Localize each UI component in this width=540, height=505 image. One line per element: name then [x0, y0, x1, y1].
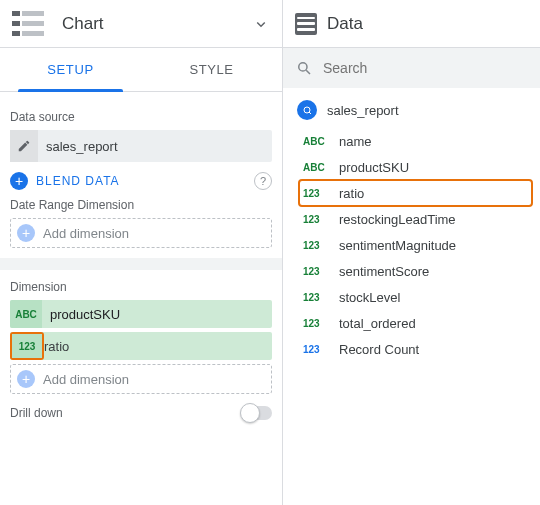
field-row[interactable]: 123 total_ordered	[299, 310, 532, 336]
data-source-icon	[295, 13, 317, 35]
field-row[interactable]: ABC name	[299, 128, 532, 154]
chart-type-thumbnail[interactable]	[12, 9, 52, 39]
pencil-icon[interactable]	[10, 130, 38, 162]
search-input[interactable]	[323, 60, 528, 76]
data-source-label: Data source	[10, 110, 272, 124]
drill-down-row: Drill down	[10, 406, 272, 420]
plus-icon: +	[17, 370, 35, 388]
blend-data-button[interactable]: BLEND DATA	[36, 174, 120, 188]
drill-down-toggle[interactable]	[242, 406, 272, 420]
dimension-chip-label: ratio	[44, 339, 69, 354]
field-name: sentimentScore	[339, 264, 429, 279]
add-dimension-text: Add dimension	[43, 372, 129, 387]
field-list: ABC name ABC productSKU 123 ratio 123 re…	[283, 126, 540, 362]
plus-icon: +	[17, 224, 35, 242]
data-header-title: Data	[327, 14, 363, 34]
config-tabs: SETUP STYLE	[0, 48, 282, 92]
svg-point-0	[299, 63, 307, 71]
data-source-title: sales_report	[327, 103, 399, 118]
field-row[interactable]: ABC productSKU	[299, 154, 532, 180]
dimension-chip-productsku[interactable]: ABC productSKU	[10, 300, 272, 328]
field-row[interactable]: 123 sentimentScore	[299, 258, 532, 284]
data-source-chip[interactable]: sales_report	[10, 130, 272, 162]
field-name: Record Count	[339, 342, 419, 357]
field-name: name	[339, 134, 372, 149]
datasource-icon	[297, 100, 317, 120]
date-range-add-dimension[interactable]: + Add dimension	[10, 218, 272, 248]
search-icon	[295, 59, 313, 77]
field-type-badge: 123	[303, 266, 329, 277]
setup-scroll-area: Data source sales_report + BLEND DATA ? …	[0, 92, 282, 505]
data-panel: Data sales_report ABC name ABC productSK…	[283, 0, 540, 505]
data-source-header[interactable]: sales_report	[283, 88, 540, 126]
drill-down-label: Drill down	[10, 406, 63, 420]
svg-line-3	[309, 112, 311, 114]
field-type-badge: ABC	[303, 136, 329, 147]
dimension-add[interactable]: + Add dimension	[10, 364, 272, 394]
dimension-chip-label: productSKU	[42, 307, 120, 322]
blend-data-row: + BLEND DATA ?	[10, 172, 272, 190]
data-header: Data	[283, 0, 540, 48]
field-name: sentimentMagnitude	[339, 238, 456, 253]
dimension-chip-ratio[interactable]: 123 ratio	[10, 332, 272, 360]
section-divider	[0, 258, 282, 270]
add-dimension-text: Add dimension	[43, 226, 129, 241]
field-name: ratio	[339, 186, 364, 201]
field-name: productSKU	[339, 160, 409, 175]
field-name: restockingLeadTime	[339, 212, 456, 227]
field-row[interactable]: 123 restockingLeadTime	[299, 206, 532, 232]
field-type-badge: 123	[303, 188, 329, 199]
field-type-badge: 123	[303, 318, 329, 329]
tab-style[interactable]: STYLE	[141, 48, 282, 91]
field-row[interactable]: 123 sentimentMagnitude	[299, 232, 532, 258]
chart-header: Chart	[0, 0, 282, 48]
type-badge-123: 123	[12, 334, 42, 358]
highlighted-badge-box: 123	[10, 332, 44, 360]
data-source-name: sales_report	[38, 139, 118, 154]
chart-header-title: Chart	[62, 14, 104, 34]
type-badge-abc: ABC	[10, 300, 42, 328]
field-type-badge: 123	[303, 344, 329, 355]
svg-line-1	[306, 70, 310, 74]
search-row	[283, 48, 540, 88]
field-row-ratio[interactable]: 123 ratio	[299, 180, 532, 206]
field-type-badge: 123	[303, 292, 329, 303]
help-icon[interactable]: ?	[254, 172, 272, 190]
chevron-down-icon[interactable]	[252, 15, 270, 33]
dimension-label: Dimension	[10, 280, 272, 294]
field-row[interactable]: 123 stockLevel	[299, 284, 532, 310]
field-row[interactable]: 123 Record Count	[299, 336, 532, 362]
field-type-badge: ABC	[303, 162, 329, 173]
field-type-badge: 123	[303, 240, 329, 251]
field-name: total_ordered	[339, 316, 416, 331]
plus-icon[interactable]: +	[10, 172, 28, 190]
field-name: stockLevel	[339, 290, 400, 305]
tab-setup[interactable]: SETUP	[0, 48, 141, 91]
date-range-label: Date Range Dimension	[10, 198, 272, 212]
field-type-badge: 123	[303, 214, 329, 225]
chart-config-panel: Chart SETUP STYLE Data source sales_repo…	[0, 0, 283, 505]
